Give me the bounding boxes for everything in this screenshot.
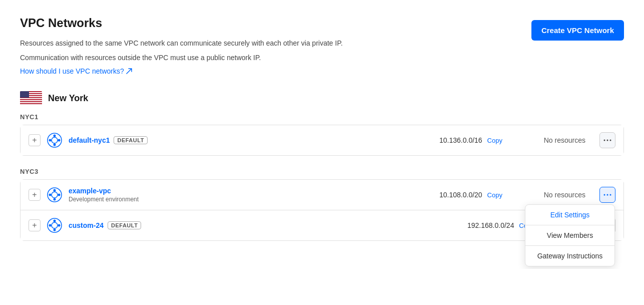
datacenter-label-nyc3: NYC3 [20,168,624,175]
header-left: VPC Networks Resources assigned to the s… [20,16,343,91]
vpc-network-icon [47,132,63,148]
svg-point-19 [604,194,605,196]
svg-point-16 [54,198,56,201]
description-line1: Resources assigned to the same VPC netwo… [20,38,343,49]
svg-point-23 [52,222,58,228]
page-header: VPC Networks Resources assigned to the s… [20,16,624,91]
vpc-networks-page: VPC Networks Resources assigned to the s… [0,0,644,269]
default-badge: DEFAULT [114,136,147,144]
vpc-info-example-vpc: example-vpc Development environment [69,187,433,203]
vpc-name-link[interactable]: default-nyc1 [69,136,110,144]
context-menu-edit-settings[interactable]: Edit Settings [525,205,614,225]
vpc-network-icon [47,187,63,203]
svg-point-3 [54,144,56,146]
more-options-button-vpc1[interactable] [599,132,615,148]
vpc-cidr: 10.108.0.0/20 Copy [439,191,519,199]
context-menu-view-members[interactable]: View Members [525,225,614,245]
vpc-info-custom-24: custom-24 DEFAULT [69,221,461,229]
copy-cidr-link[interactable]: Copy [487,137,502,144]
cidr-value: 192.168.0.0/24 [467,221,514,229]
svg-point-17 [49,194,52,196]
vpc-network-icon [47,217,63,233]
vpc-info-default-nyc1: default-nyc1 DEFAULT [69,136,433,144]
vpc-resources: No resources [525,136,585,144]
expand-button-vpc1[interactable]: + [29,134,41,146]
vpc-table-nyc3: + example-vpc Development environment [20,179,624,241]
svg-point-5 [58,139,61,142]
vpc-name-row: example-vpc [69,187,433,195]
vpc-cidr: 10.136.0.0/16 Copy [439,136,519,144]
help-link-text: How should I use VPC networks? [20,67,124,75]
svg-point-24 [54,220,56,222]
svg-point-21 [610,194,611,196]
region-name: New York [48,93,88,104]
vpc-resources: No resources [525,191,585,199]
svg-point-25 [54,229,56,231]
vpc-name-row: custom-24 DEFAULT [69,221,461,229]
page-title: VPC Networks [20,16,343,30]
svg-point-12 [610,140,611,141]
us-flag-icon [20,91,42,105]
region-new-york: New York NYC1 + [20,91,624,241]
svg-point-1 [52,137,58,143]
svg-point-26 [49,224,52,227]
vpc-description: Development environment [69,196,433,203]
svg-point-18 [58,194,61,196]
svg-point-15 [54,189,56,192]
svg-point-11 [607,140,608,141]
vpc-name-link[interactable]: example-vpc [69,187,111,195]
svg-point-14 [52,192,58,198]
ellipsis-icon [603,139,611,141]
svg-point-27 [58,224,61,227]
datacenter-nyc3: NYC3 + example-vpc [20,168,624,241]
svg-point-10 [604,140,605,141]
default-badge: DEFAULT [108,221,141,229]
datacenter-nyc1: NYC1 + [20,113,624,156]
create-vpc-button[interactable]: Create VPC Network [531,20,624,41]
cidr-value: 10.108.0.0/20 [439,191,482,199]
more-options-button-vpc2[interactable]: Edit Settings View Members Gateway Instr… [599,187,615,203]
vpc-name-row: default-nyc1 DEFAULT [69,136,433,144]
svg-point-2 [54,135,56,137]
svg-point-4 [49,139,52,142]
svg-point-20 [607,194,608,196]
vpc-name-link[interactable]: custom-24 [69,221,104,229]
vpc-table-nyc1: + default- [20,125,624,156]
external-link-icon [126,68,132,74]
expand-button-vpc2[interactable]: + [29,189,41,201]
table-row: + example-vpc Development environment [21,180,623,210]
ellipsis-icon [603,194,611,196]
cidr-value: 10.136.0.0/16 [439,136,482,144]
table-row: + default- [21,125,623,155]
copy-cidr-link[interactable]: Copy [487,191,502,199]
description-line2: Communication with resources outside the… [20,53,343,63]
context-menu-gateway-instructions[interactable]: Gateway Instructions [525,246,614,266]
expand-button-vpc3[interactable]: + [29,219,41,231]
region-header: New York [20,91,624,105]
help-link[interactable]: How should I use VPC networks? [20,67,132,75]
datacenter-label-nyc1: NYC1 [20,113,624,121]
header-right: Create VPC Network [531,16,624,41]
context-menu: Edit Settings View Members Gateway Instr… [525,204,615,266]
